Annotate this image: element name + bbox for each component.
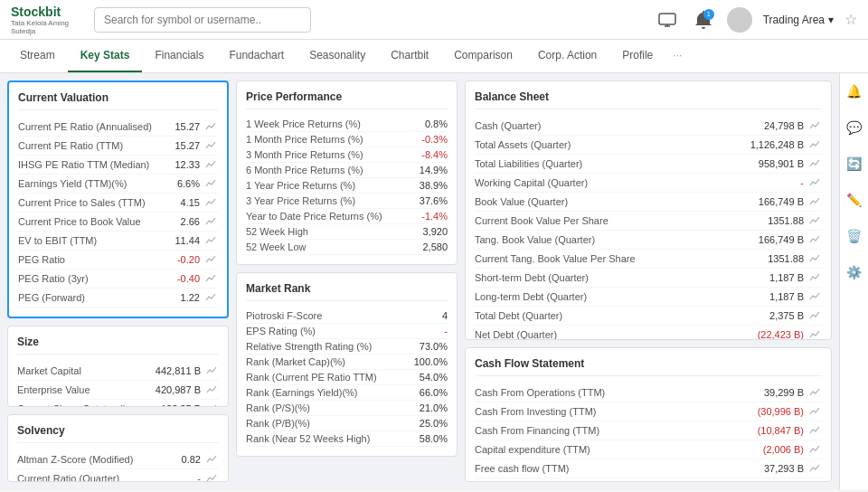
- tab-profile[interactable]: Profile: [609, 40, 665, 72]
- chart-icon[interactable]: [807, 385, 822, 400]
- metric-row: Rank (Market Cap)(%)100.0%: [246, 355, 448, 370]
- trading-area-button[interactable]: Trading Area ▾: [763, 14, 834, 26]
- tab-stream[interactable]: Stream: [7, 40, 68, 72]
- tab-fundachart[interactable]: Fundachart: [216, 40, 297, 72]
- watchlist-star-icon[interactable]: ☆: [844, 11, 857, 28]
- metric-value: -8.4%: [402, 149, 448, 160]
- tab-seasonality[interactable]: Seasonality: [297, 40, 378, 72]
- chart-icon[interactable]: [807, 213, 822, 228]
- chart-icon[interactable]: [203, 271, 218, 286]
- chart-icon[interactable]: [203, 119, 218, 134]
- metric-label: Cash From Operations (TTM): [475, 387, 759, 398]
- metric-label: 1 Week Price Returns (%): [246, 118, 402, 129]
- metric-value: 2.66: [155, 216, 200, 227]
- chart-icon[interactable]: [807, 232, 822, 247]
- metric-row: Market Capital442,811 B: [17, 362, 219, 381]
- chart-icon[interactable]: [203, 195, 218, 210]
- metric-label: 3 Year Price Returns (%): [246, 195, 402, 206]
- chart-icon[interactable]: [203, 138, 218, 153]
- metric-value: 1,126,248 B: [750, 139, 804, 150]
- metric-row: Current PE Ratio (Annualised)15.27: [18, 118, 218, 137]
- chart-icon[interactable]: [807, 175, 822, 190]
- metric-value: 3,920: [402, 226, 448, 237]
- metric-label: 1 Month Price Returns (%): [246, 134, 402, 145]
- chart-icon[interactable]: [204, 471, 219, 482]
- nav-more[interactable]: ···: [665, 40, 689, 72]
- chart-icon[interactable]: [203, 176, 218, 191]
- notification-icon[interactable]: 1: [691, 7, 716, 33]
- metric-label: 3 Month Price Returns (%): [246, 149, 402, 160]
- metric-row: Cash (Quarter)24,798 B: [475, 117, 822, 136]
- metric-row: Free cash flow (TTM)37,293 B: [475, 459, 822, 478]
- metric-row: 6 Month Price Returns (%)14.9%: [246, 163, 448, 178]
- chart-icon[interactable]: [807, 137, 822, 152]
- metric-label: PEG Ratio (3yr): [18, 273, 155, 284]
- monitor-icon[interactable]: [655, 7, 680, 33]
- search-box[interactable]: [94, 7, 311, 33]
- chart-icon[interactable]: [203, 157, 218, 172]
- metric-row: Short-term Debt (Quarter)1,187 B: [475, 269, 822, 288]
- metric-value: -: [156, 473, 201, 482]
- chart-icon[interactable]: [807, 270, 822, 285]
- chart-icon[interactable]: [807, 404, 822, 419]
- tab-chartbit[interactable]: Chartbit: [378, 40, 441, 72]
- logo-sub: Tata Kelola Aming Sutedja: [11, 19, 83, 35]
- metric-label: Market Capital: [17, 365, 156, 376]
- chart-icon[interactable]: [203, 290, 218, 305]
- chart-icon[interactable]: [204, 364, 219, 378]
- side-icons: 🔔 💬 🔄 ✏️ 🗑️ ⚙️: [839, 73, 868, 489]
- chart-icon[interactable]: [807, 251, 822, 266]
- metric-value: 958,901 B: [759, 158, 804, 169]
- chart-icon[interactable]: [807, 194, 822, 209]
- tab-comparison[interactable]: Comparison: [441, 40, 525, 72]
- chart-icon[interactable]: [807, 423, 822, 438]
- chart-icon[interactable]: [807, 461, 822, 476]
- alarm-icon[interactable]: 🔔: [844, 80, 865, 102]
- refresh-icon[interactable]: 🔄: [844, 153, 865, 175]
- metric-value: (22,423 B): [758, 329, 804, 340]
- left-column: Current Valuation Current PE Ratio (Annu…: [7, 80, 229, 482]
- metric-row: Rank (Near 52 Weeks High)58.0%: [246, 431, 448, 447]
- cash-flow-card: Cash Flow Statement Cash From Operations…: [465, 347, 832, 482]
- metric-label: EV to EBIT (TTM): [18, 235, 155, 246]
- tab-corp-action[interactable]: Corp. Action: [525, 40, 609, 72]
- metric-value: 66.0%: [402, 387, 448, 398]
- metric-label: PEG (Forward): [18, 292, 155, 303]
- metric-label: Earnings Yield (TTM)(%): [18, 178, 155, 189]
- chart-icon[interactable]: [204, 383, 219, 397]
- metric-value: 6.6%: [155, 178, 200, 189]
- chart-icon[interactable]: [204, 402, 219, 407]
- chart-icon[interactable]: [807, 118, 822, 133]
- chart-icon[interactable]: [807, 289, 822, 304]
- size-card: Size Market Capital442,811 BEnterprise V…: [7, 326, 229, 407]
- chart-icon[interactable]: [204, 452, 219, 467]
- metric-label: Rank (P/S)(%): [246, 402, 402, 413]
- content-area: Current Valuation Current PE Ratio (Annu…: [0, 73, 839, 489]
- metric-row: Rank (P/B)(%)25.0%: [246, 416, 448, 431]
- metric-row: Rank (Earnings Yield)(%)66.0%: [246, 385, 448, 401]
- chart-icon[interactable]: [807, 308, 822, 323]
- metric-label: Total Assets (Quarter): [475, 139, 750, 150]
- chart-icon[interactable]: [807, 327, 822, 340]
- settings-icon[interactable]: ⚙️: [844, 261, 865, 283]
- metric-row: 52 Week Low2,580: [246, 240, 448, 255]
- metric-label: Current Ratio (Quarter): [17, 473, 156, 482]
- chart-icon[interactable]: [203, 252, 218, 267]
- edit-icon[interactable]: ✏️: [844, 189, 865, 211]
- tab-financials[interactable]: Financials: [142, 40, 216, 72]
- metric-row: Current Ratio (Quarter)-: [17, 469, 219, 482]
- chart-icon[interactable]: [203, 214, 218, 229]
- metric-label: Rank (Current PE Ratio TTM): [246, 372, 402, 383]
- metric-row: Current PE Ratio (TTM)15.27: [18, 137, 218, 156]
- cash-flow-rows: Cash From Operations (TTM)39,299 BCash F…: [475, 383, 822, 478]
- chat-icon[interactable]: 💬: [844, 117, 865, 138]
- chart-icon[interactable]: [203, 233, 218, 248]
- metric-value: 1351.88: [759, 253, 804, 264]
- tab-key-stats[interactable]: Key Stats: [68, 40, 143, 72]
- metric-row: EPS Rating (%)-: [246, 324, 448, 339]
- metric-row: Long-term Debt (Quarter)1,187 B: [475, 288, 822, 307]
- trash-icon[interactable]: 🗑️: [844, 225, 865, 247]
- search-input[interactable]: [94, 7, 311, 33]
- chart-icon[interactable]: [807, 156, 822, 171]
- chart-icon[interactable]: [807, 442, 822, 457]
